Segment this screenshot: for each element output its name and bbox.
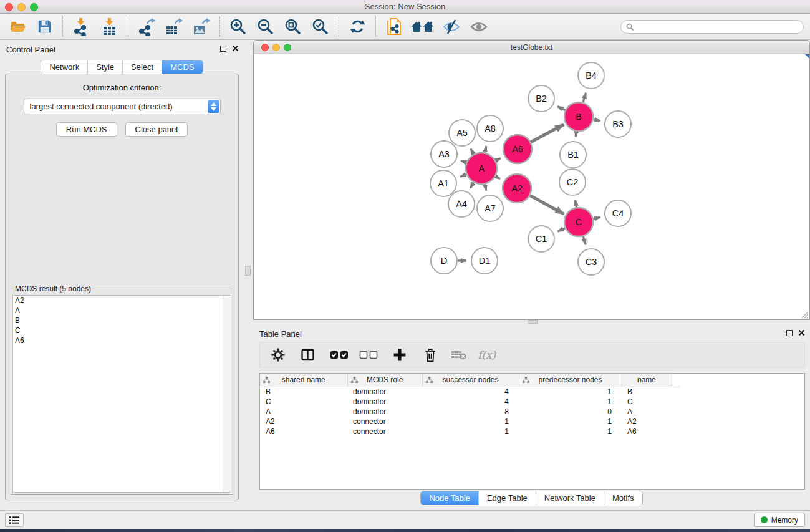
split-column-icon[interactable] xyxy=(300,347,316,362)
unchecked-pair-icon[interactable] xyxy=(359,351,378,359)
close-panel-icon[interactable] xyxy=(232,45,239,52)
cell-MCDS-role[interactable]: dominator xyxy=(347,387,422,397)
save-icon[interactable] xyxy=(34,16,55,37)
zoom-out-icon[interactable] xyxy=(255,16,276,37)
column-header-predecessor-nodes[interactable]: predecessor nodes xyxy=(519,374,622,387)
graph-node-B3[interactable]: B3 xyxy=(605,111,631,137)
refresh-icon[interactable] xyxy=(347,16,368,37)
cell-predecessor-nodes[interactable]: 1 xyxy=(519,387,622,397)
cell-shared-name[interactable]: B xyxy=(260,387,347,397)
graph-edge-C-C1[interactable] xyxy=(557,228,565,231)
delete-icon[interactable] xyxy=(423,347,438,363)
cell-predecessor-nodes[interactable]: 1 xyxy=(519,417,622,427)
import-network-icon[interactable] xyxy=(70,16,92,37)
graph-edge-C-C3[interactable] xyxy=(583,236,586,244)
cell-name[interactable]: C xyxy=(622,397,672,407)
cell-predecessor-nodes[interactable]: 0 xyxy=(519,407,622,417)
column-header-shared-name[interactable]: shared name xyxy=(260,374,347,387)
table-row[interactable]: Cdominator41C xyxy=(260,397,680,407)
splitter-grip[interactable] xyxy=(245,266,251,276)
result-item[interactable]: A xyxy=(13,306,231,316)
search-input[interactable] xyxy=(634,22,803,31)
hide-panel-eye-icon[interactable] xyxy=(441,16,462,37)
graph-node-B1[interactable]: B1 xyxy=(560,142,586,168)
graph-edge-A-A8[interactable] xyxy=(485,146,486,152)
tab-select[interactable]: Select xyxy=(122,60,162,74)
cell-predecessor-nodes[interactable]: 1 xyxy=(519,397,622,407)
cell-successor-nodes[interactable]: 8 xyxy=(422,407,519,417)
graph-edge-A-A6[interactable] xyxy=(496,158,501,161)
cell-shared-name[interactable]: A6 xyxy=(260,427,347,437)
column-header-MCDS-role[interactable]: MCDS role xyxy=(347,374,422,387)
result-item[interactable]: B xyxy=(13,316,231,326)
cell-successor-nodes[interactable]: 1 xyxy=(422,417,519,427)
graph-node-A6[interactable]: A6 xyxy=(503,135,532,163)
graph-node-A8[interactable]: A8 xyxy=(477,115,503,142)
resize-grip-icon[interactable] xyxy=(801,311,809,319)
graph-node-A4[interactable]: A4 xyxy=(448,191,475,217)
cell-successor-nodes[interactable]: 4 xyxy=(422,387,519,397)
graph-node-D1[interactable]: D1 xyxy=(471,248,498,274)
checked-pair-icon[interactable] xyxy=(330,351,349,359)
tab-network-table[interactable]: Network Table xyxy=(536,491,604,505)
graph-node-A7[interactable]: A7 xyxy=(477,195,503,221)
cell-shared-name[interactable]: A2 xyxy=(260,417,347,427)
graph-node-A3[interactable]: A3 xyxy=(431,141,457,167)
graph-edge-A-A3[interactable] xyxy=(461,160,466,162)
task-history-button[interactable] xyxy=(5,513,24,527)
show-eye-icon[interactable] xyxy=(468,16,489,37)
graph-edge-B-B4[interactable] xyxy=(583,93,586,102)
graph-edge-A-A7[interactable] xyxy=(485,184,486,190)
tab-mcds[interactable]: MCDS xyxy=(162,60,202,74)
graph-edge-A-A2[interactable] xyxy=(496,177,500,179)
cell-name[interactable]: A6 xyxy=(622,427,672,437)
delete-table-icon[interactable] xyxy=(451,349,467,360)
graph-node-C[interactable]: C xyxy=(564,208,593,236)
graph-edge-B-B3[interactable] xyxy=(594,120,600,121)
graph-node-B4[interactable]: B4 xyxy=(578,62,604,89)
graph-edge-A6-B[interactable] xyxy=(531,125,564,142)
splitter-grip[interactable] xyxy=(528,320,538,324)
cell-predecessor-nodes[interactable]: 1 xyxy=(519,427,622,437)
graph-edge-A-A1[interactable] xyxy=(460,175,466,177)
graph-node-B[interactable]: B xyxy=(564,102,593,131)
column-header-name[interactable]: name xyxy=(622,374,672,387)
table-row[interactable]: Adominator80A xyxy=(260,407,680,417)
column-header-successor-nodes[interactable]: successor nodes xyxy=(422,374,519,387)
graph-node-C4[interactable]: C4 xyxy=(605,200,631,226)
close-panel-button[interactable]: Close panel xyxy=(125,122,188,137)
graph-edge-A-A4[interactable] xyxy=(470,183,473,188)
cell-MCDS-role[interactable]: dominator xyxy=(347,397,422,407)
graph-node-B2[interactable]: B2 xyxy=(528,85,554,112)
cell-MCDS-role[interactable]: dominator xyxy=(347,407,422,417)
close-panel-icon[interactable] xyxy=(798,329,805,336)
vertical-splitter[interactable] xyxy=(244,40,253,510)
home-icon[interactable] xyxy=(410,16,436,37)
export-table-icon[interactable] xyxy=(163,16,185,37)
graph-node-C2[interactable]: C2 xyxy=(559,169,586,195)
graph-node-A5[interactable]: A5 xyxy=(449,120,475,146)
tab-style[interactable]: Style xyxy=(87,60,122,74)
graph-node-C1[interactable]: C1 xyxy=(528,226,554,252)
zoom-selected-icon[interactable] xyxy=(310,16,331,37)
import-table-icon[interactable] xyxy=(99,16,120,37)
graph-edge-C-C2[interactable] xyxy=(576,200,577,208)
export-network-icon[interactable] xyxy=(136,16,157,37)
tab-node-table[interactable]: Node Table xyxy=(421,491,478,505)
criterion-select[interactable]: largest connected component (directed) xyxy=(24,99,221,114)
tab-network[interactable]: Network xyxy=(41,60,87,74)
cell-name[interactable]: A2 xyxy=(622,417,672,427)
graph-node-A2[interactable]: A2 xyxy=(503,174,531,203)
cell-name[interactable]: B xyxy=(622,387,672,397)
run-mcds-button[interactable]: Run MCDS xyxy=(56,122,117,137)
graph-edge-B-B2[interactable] xyxy=(557,107,565,110)
cell-shared-name[interactable]: A xyxy=(260,407,347,417)
table-row[interactable]: Bdominator41B xyxy=(260,387,680,397)
tab-edge-table[interactable]: Edge Table xyxy=(478,491,536,505)
tab-motifs[interactable]: Motifs xyxy=(604,491,642,505)
cell-MCDS-role[interactable]: connector xyxy=(347,417,422,427)
graph-node-D[interactable]: D xyxy=(431,248,457,274)
result-scrollbar[interactable] xyxy=(223,296,231,492)
result-item[interactable]: C xyxy=(13,326,231,336)
graph-node-C3[interactable]: C3 xyxy=(578,249,604,275)
